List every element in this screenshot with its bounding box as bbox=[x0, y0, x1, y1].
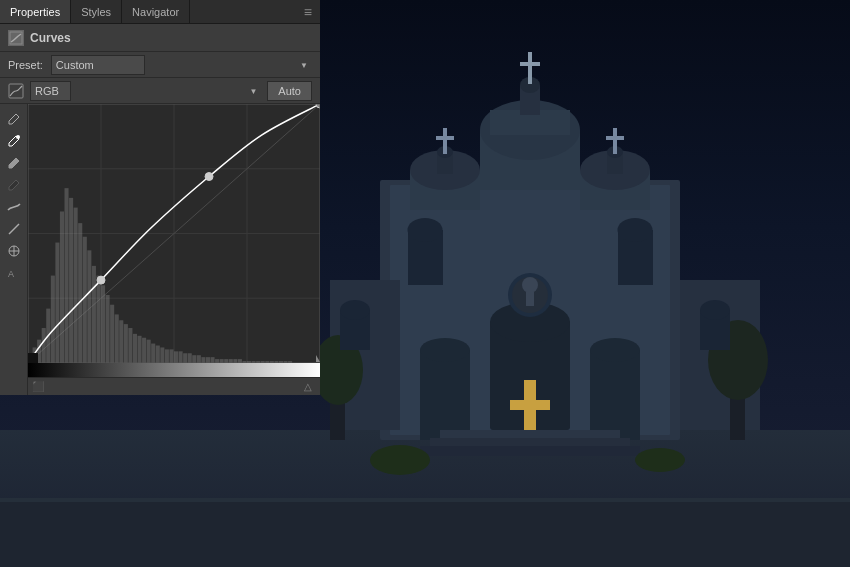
bottom-right-icon: △ bbox=[304, 381, 312, 392]
bottom-controls: ⬛ △ bbox=[28, 377, 320, 395]
preset-row: Preset: Custom Default Strong Contrast L… bbox=[0, 52, 320, 78]
svg-rect-38 bbox=[526, 292, 534, 306]
svg-point-32 bbox=[408, 218, 443, 242]
tab-styles[interactable]: Styles bbox=[71, 0, 122, 23]
svg-point-50 bbox=[370, 445, 430, 475]
gray-eyedropper-tool[interactable] bbox=[4, 154, 24, 172]
curves-container[interactable]: ⬛ △ bbox=[28, 104, 320, 395]
svg-point-34 bbox=[618, 218, 653, 242]
channel-select[interactable]: RGB Red Green Blue bbox=[30, 81, 71, 101]
bottom-left-icon: ⬛ bbox=[32, 381, 44, 392]
svg-rect-49 bbox=[0, 498, 850, 502]
tab-navigator[interactable]: Navigator bbox=[122, 0, 190, 23]
pencil-tool[interactable] bbox=[4, 220, 24, 238]
channel-row: RGB Red Green Blue ▼ Auto bbox=[0, 78, 320, 104]
target-adjustment-tool[interactable] bbox=[4, 242, 24, 260]
preset-label: Preset: bbox=[8, 59, 43, 71]
auto-button[interactable]: Auto bbox=[267, 81, 312, 101]
white-eyedropper-tool[interactable] bbox=[4, 132, 24, 150]
preset-select[interactable]: Custom Default Strong Contrast Linear Co… bbox=[51, 55, 145, 75]
svg-rect-8 bbox=[590, 350, 640, 440]
svg-rect-43 bbox=[420, 446, 640, 456]
curves-canvas[interactable] bbox=[28, 104, 320, 363]
svg-rect-30 bbox=[606, 136, 624, 140]
output-gradient-bar bbox=[28, 363, 320, 377]
input-output-tool[interactable]: A bbox=[4, 264, 24, 282]
channel-select-wrapper: RGB Red Green Blue ▼ bbox=[30, 81, 261, 101]
content-area: A ⬛ △ bbox=[0, 104, 320, 395]
black-eyedropper-tool[interactable] bbox=[4, 176, 24, 194]
svg-point-53 bbox=[340, 300, 370, 320]
panel-title: Curves bbox=[30, 31, 71, 45]
point-eyedropper-tool[interactable] bbox=[4, 110, 24, 128]
channel-icon bbox=[8, 83, 24, 99]
svg-rect-11 bbox=[510, 400, 550, 410]
svg-line-58 bbox=[16, 114, 19, 117]
svg-text:A: A bbox=[8, 269, 14, 279]
svg-rect-29 bbox=[613, 128, 617, 154]
svg-point-7 bbox=[420, 338, 470, 362]
preset-select-wrapper: Custom Default Strong Contrast Linear Co… bbox=[51, 55, 312, 75]
svg-point-37 bbox=[522, 277, 538, 293]
panel-close-button[interactable]: ≡ bbox=[296, 4, 320, 20]
channel-select-arrow: ▼ bbox=[249, 86, 257, 95]
tools-sidebar: A bbox=[0, 104, 28, 395]
svg-rect-18 bbox=[520, 62, 540, 66]
curves-canvas-wrapper[interactable] bbox=[28, 104, 320, 363]
svg-rect-17 bbox=[528, 52, 532, 84]
svg-rect-48 bbox=[0, 500, 850, 567]
svg-rect-6 bbox=[420, 350, 470, 440]
smooth-tool[interactable] bbox=[4, 198, 24, 216]
svg-rect-24 bbox=[436, 136, 454, 140]
svg-point-55 bbox=[700, 300, 730, 320]
tab-properties[interactable]: Properties bbox=[0, 0, 71, 23]
properties-panel: Properties Styles Navigator ≡ Curves Pre… bbox=[0, 0, 320, 395]
svg-rect-23 bbox=[443, 128, 447, 154]
svg-point-9 bbox=[590, 338, 640, 362]
preset-select-arrow: ▼ bbox=[300, 60, 308, 69]
tab-bar: Properties Styles Navigator ≡ bbox=[0, 0, 320, 24]
curves-icon bbox=[8, 30, 24, 46]
svg-line-60 bbox=[9, 224, 19, 234]
svg-point-51 bbox=[635, 448, 685, 472]
svg-point-59 bbox=[16, 135, 20, 139]
title-bar: Curves bbox=[0, 24, 320, 52]
